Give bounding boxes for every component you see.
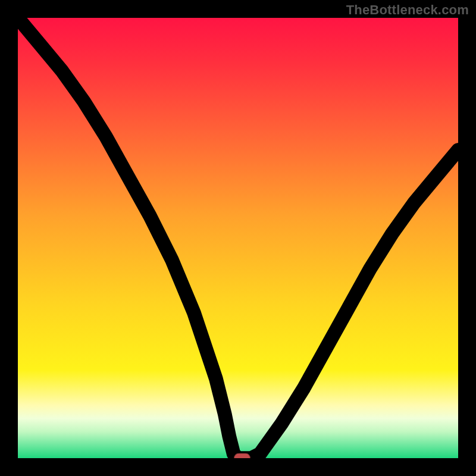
watermark-text: TheBottleneck.com — [346, 2, 469, 18]
optimal-point-marker — [234, 453, 250, 459]
chart-frame: TheBottleneck.com — [0, 0, 476, 476]
bottleneck-curve — [18, 18, 458, 458]
plot-area — [18, 18, 458, 458]
